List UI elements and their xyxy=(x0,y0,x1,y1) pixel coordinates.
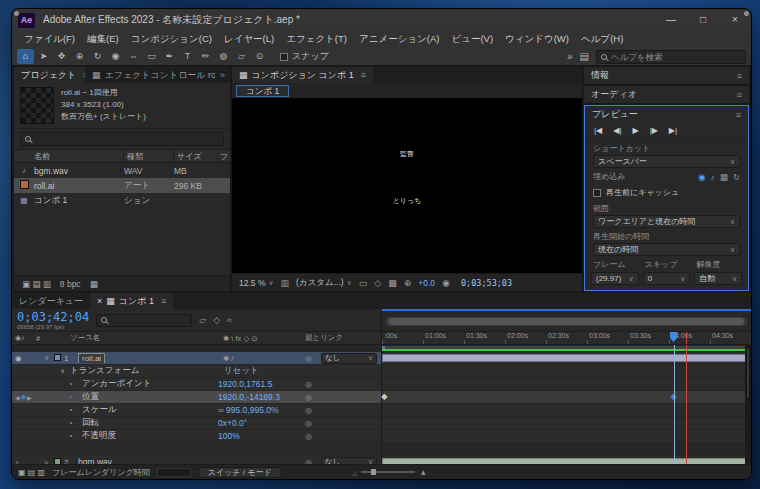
table-row[interactable]: roll.ai アート 296 KB xyxy=(14,178,230,193)
property-row-scale[interactable]: ◔ スケール ∞995.0,995.0% ◎ xyxy=(12,404,751,417)
framerate-select[interactable]: (29.97)∨ xyxy=(591,272,639,285)
property-value[interactable]: 0x+0.0° xyxy=(218,418,305,428)
snapshot-camera-icon[interactable]: ◉ xyxy=(442,278,450,288)
home-icon[interactable]: ⌂ xyxy=(17,49,34,64)
twirl-closed-icon[interactable]: > xyxy=(44,459,54,465)
parent-pick-whip-icon[interactable]: ◎ xyxy=(305,458,321,465)
stopwatch-icon[interactable]: ◔ xyxy=(68,380,82,389)
tab-project[interactable]: プロジェクト ≡ xyxy=(14,67,85,83)
project-search[interactable] xyxy=(20,132,224,146)
cache-checkbox[interactable] xyxy=(593,189,601,197)
switches-modes-button[interactable]: スイッチ / モード xyxy=(198,467,282,478)
pen-tool-icon[interactable]: ✒ xyxy=(161,49,178,64)
magnification-select[interactable]: 12.5 %∨ xyxy=(239,278,274,288)
property-value[interactable]: 1920.0,-14189.3 xyxy=(218,392,305,402)
layer-duration-bar[interactable] xyxy=(382,458,751,464)
loop-icon[interactable]: ↻ xyxy=(733,172,740,182)
property-row-position[interactable]: ◀ ◆ ▶ ◔ 位置 1920.0,-14189.3 ◎ ◆ ◆ xyxy=(12,391,751,404)
parent-select[interactable]: なし∨ xyxy=(321,353,377,364)
menu-item[interactable]: ヘルプ(H) xyxy=(575,33,629,46)
range-select[interactable]: ワークエリアと現在の時間∨ xyxy=(593,215,740,228)
property-pick-whip-icon[interactable]: ◎ xyxy=(305,406,321,415)
camera-tool-icon[interactable]: ◉ xyxy=(107,49,124,64)
layer-row-bgm-wav[interactable]: ♪ > 2 bgm.wav ◎ なし∨ xyxy=(12,456,751,464)
menu-item[interactable]: ビュー(V) xyxy=(445,33,499,46)
overflow-chevron-icon[interactable]: » xyxy=(567,51,573,62)
zoom-tool-icon[interactable]: ⊕ xyxy=(71,49,88,64)
column-header-name[interactable]: 名前 xyxy=(14,151,124,162)
reset-link[interactable]: リセット xyxy=(224,365,259,377)
parent-select[interactable]: なし∨ xyxy=(321,457,377,465)
audio-icon[interactable]: ♪ xyxy=(15,458,19,465)
panel-menu-icon[interactable]: ≡ xyxy=(736,110,741,120)
property-row-opacity[interactable]: ◔ 不透明度 100% ◎ xyxy=(12,430,751,443)
property-value[interactable]: 1920.0,1761.5 xyxy=(218,379,305,389)
exposure-value[interactable]: +0.0 xyxy=(418,278,435,288)
property-row-anchor-point[interactable]: ◔ アンカーポイント 1920.0,1761.5 ◎ xyxy=(12,378,751,391)
menu-item[interactable]: アニメーション(A) xyxy=(353,33,446,46)
stopwatch-icon[interactable]: ◔ xyxy=(68,419,82,428)
layer-label-color[interactable] xyxy=(54,354,61,361)
tab-overflow-icon[interactable]: » xyxy=(215,70,230,80)
app-icon[interactable]: Ae xyxy=(18,13,35,28)
timeline-search-input[interactable] xyxy=(111,315,187,325)
preview-resolution-select[interactable]: 自動∨ xyxy=(694,272,742,285)
transparency-grid-icon[interactable]: ▩ xyxy=(388,278,397,288)
property-pick-whip-icon[interactable]: ◎ xyxy=(305,380,321,389)
stopwatch-icon[interactable]: ◔ xyxy=(68,432,82,441)
parent-pick-whip-icon[interactable]: ◎ xyxy=(305,354,321,363)
draft-3d-icon[interactable]: ◇ xyxy=(213,315,220,325)
orbit-camera-tool-icon[interactable]: ↻ xyxy=(89,49,106,64)
maximize-button[interactable]: □ xyxy=(687,9,719,31)
prev-frame-button[interactable]: ◀| xyxy=(613,126,621,135)
panel-menu-icon[interactable]: ≡ xyxy=(737,90,742,100)
layer-switches[interactable]: ✱ / xyxy=(223,354,305,363)
property-pick-whip-icon[interactable]: ◎ xyxy=(305,393,321,402)
property-value[interactable]: 100% xyxy=(218,431,305,441)
comp-current-time[interactable]: 0;03;53;03 xyxy=(461,278,512,288)
panel-menu-icon[interactable]: ≡ xyxy=(737,71,742,81)
zoom-slider-handle[interactable] xyxy=(371,469,376,475)
keyframe-diamond[interactable]: ◆ xyxy=(381,393,387,401)
table-row[interactable]: ♪ bgm.wav WAV MB xyxy=(14,163,230,178)
panel-menu-icon[interactable]: ≡ xyxy=(361,70,366,80)
switches-header[interactable]: ✱ \ fx ◇ ⊙ xyxy=(223,334,305,343)
clone-stamp-tool-icon[interactable]: ◍ xyxy=(215,49,232,64)
time-navigator[interactable] xyxy=(386,317,747,326)
layer-label-color[interactable] xyxy=(54,458,61,464)
prev-keyframe-icon[interactable]: ◀ xyxy=(15,394,20,401)
panel-menu-icon[interactable]: ≡ xyxy=(161,296,166,306)
source-name-header[interactable]: ソース名 xyxy=(70,333,223,343)
resolution-select[interactable]: (カスタム...)∨ xyxy=(296,277,352,289)
composition-viewport[interactable]: 監督 とりっち xyxy=(232,98,582,273)
table-row[interactable]: ▦ コンポ 1 ション xyxy=(14,193,230,208)
stopwatch-icon[interactable]: ◔ xyxy=(68,406,82,415)
grid-options-icon[interactable]: ▥ xyxy=(281,278,290,288)
include-audio-icon[interactable]: ♪ xyxy=(711,172,715,182)
menu-item[interactable]: レイヤー(L) xyxy=(218,33,280,46)
layer-row-roll-ai[interactable]: ◉ ∨ 1 roll.ai ✱ / ◎ なし∨ xyxy=(12,352,751,365)
timeline-zoom-slider[interactable]: △ ▲ xyxy=(353,468,428,477)
current-time-display[interactable]: 0;03;42;04 06658 (29.97 fps) xyxy=(17,311,89,330)
column-header-type[interactable]: 種類 xyxy=(124,151,174,162)
expand-buttons-icon[interactable]: ▣ ▤ ▥ xyxy=(18,468,45,477)
pan-behind-tool-icon[interactable]: ⇔ xyxy=(125,49,142,64)
menu-item[interactable]: ウィンドウ(W) xyxy=(499,33,575,46)
keyframe-toggle-icon[interactable]: ◆ xyxy=(21,393,26,401)
new-composition-icon[interactable]: ▦ xyxy=(90,279,98,289)
twirl-open-icon[interactable]: ∨ xyxy=(44,354,54,362)
region-of-interest-icon[interactable]: ▭ xyxy=(359,278,368,288)
menu-item[interactable]: 編集(E) xyxy=(81,33,125,46)
graph-editor-icon[interactable]: ≈ xyxy=(227,315,232,325)
transform-group-label[interactable]: トランスフォーム xyxy=(70,365,206,377)
twirl-open-icon[interactable]: ∨ xyxy=(60,367,70,375)
column-header-size[interactable]: サイズ xyxy=(174,151,218,162)
minimize-button[interactable]: — xyxy=(655,9,687,31)
play-button[interactable]: ▶ xyxy=(632,126,638,135)
play-from-select[interactable]: 現在の時間∨ xyxy=(593,243,740,256)
first-frame-button[interactable]: |◀ xyxy=(594,126,602,135)
brush-tool-icon[interactable]: ✏ xyxy=(197,49,214,64)
layer-duration-bar[interactable] xyxy=(382,354,751,362)
property-row-rotation[interactable]: ◔ 回転 0x+0.0° ◎ xyxy=(12,417,751,430)
property-value[interactable]: 995.0,995.0% xyxy=(226,405,278,415)
